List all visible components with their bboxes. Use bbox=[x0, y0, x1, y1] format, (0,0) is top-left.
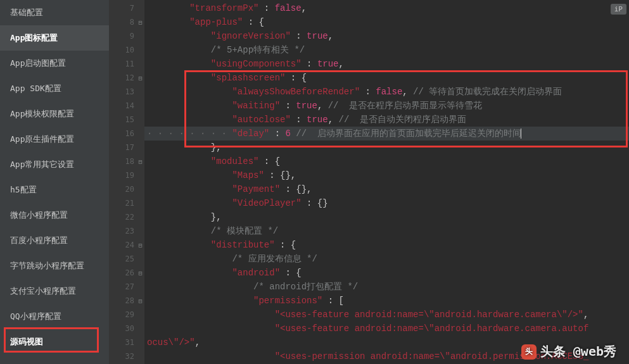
code-line[interactable]: "autoclose" : true, // 是否自动关闭程序启动界面 bbox=[144, 113, 629, 127]
code-line[interactable]: "VideoPlayer" : {} bbox=[144, 196, 629, 210]
code-line[interactable]: /* 应用发布信息 */ bbox=[144, 252, 629, 266]
code-line[interactable]: "splashscreen" : { bbox=[144, 71, 629, 85]
watermark: 头 头条 @web秀 bbox=[521, 343, 616, 360]
code-line[interactable]: "<uses-feature android:name=\"android.ha… bbox=[144, 322, 629, 336]
line-number: 11 bbox=[109, 57, 144, 71]
watermark-icon: 头 bbox=[521, 344, 537, 360]
sidebar-item-4[interactable]: App模块权限配置 bbox=[0, 101, 109, 127]
sidebar-item-2[interactable]: App启动图配置 bbox=[0, 51, 109, 76]
code-line[interactable]: "permissions" : [ bbox=[144, 294, 629, 308]
code-line[interactable]: "<uses-feature android:name=\"android.ha… bbox=[144, 308, 629, 322]
code-line[interactable]: "modules" : { bbox=[144, 154, 629, 168]
code-area[interactable]: "transformPx" : false, "app-plus" : { "i… bbox=[144, 0, 629, 364]
sidebar-item-12[interactable]: QQ小程序配置 bbox=[0, 304, 109, 329]
sidebar-item-13[interactable]: 源码视图 bbox=[0, 329, 109, 355]
code-line[interactable]: "Maps" : {}, bbox=[144, 168, 629, 182]
line-number: 17 bbox=[109, 141, 144, 154]
sidebar-item-0[interactable]: 基础配置 bbox=[0, 0, 109, 25]
sidebar-item-11[interactable]: 支付宝小程序配置 bbox=[0, 279, 109, 304]
line-number: 13 bbox=[109, 85, 144, 99]
fold-icon[interactable]: ⊟ bbox=[137, 158, 144, 165]
text-caret bbox=[521, 129, 521, 139]
device-pill[interactable]: iP bbox=[611, 4, 626, 15]
line-number: 27 bbox=[109, 280, 144, 294]
code-line[interactable]: "app-plus" : { bbox=[144, 15, 629, 29]
sidebar-item-10[interactable]: 字节跳动小程序配置 bbox=[0, 253, 109, 279]
code-line[interactable]: "ignoreVersion" : true, bbox=[144, 29, 629, 43]
sidebar-item-7[interactable]: h5配置 bbox=[0, 177, 109, 203]
sidebar-item-8[interactable]: 微信小程序配置 bbox=[0, 203, 109, 228]
sidebar-item-9[interactable]: 百度小程序配置 bbox=[0, 228, 109, 253]
line-number: 20 bbox=[109, 182, 144, 196]
line-number: 7 bbox=[109, 1, 144, 15]
code-line[interactable]: /* 5+App特有相关 */ bbox=[144, 43, 629, 57]
line-number: 10 bbox=[109, 43, 144, 57]
code-line[interactable]: "transformPx" : false, bbox=[144, 1, 629, 15]
line-number: 15 bbox=[109, 113, 144, 127]
line-number: 31 bbox=[109, 336, 144, 349]
code-editor[interactable]: 78⊟9101112⊟131415161718⊟192021222324⊟252… bbox=[109, 0, 629, 364]
line-number: 28⊟ bbox=[109, 294, 144, 308]
fold-icon[interactable]: ⊟ bbox=[137, 19, 144, 26]
line-number: 24⊟ bbox=[109, 238, 144, 252]
line-number: 8⊟ bbox=[109, 15, 144, 29]
sidebar-item-5[interactable]: App原生插件配置 bbox=[0, 127, 109, 152]
code-line[interactable]: · · · · · · · · "delay" : 6 // 启动界面在应用的首… bbox=[144, 127, 629, 141]
line-number: 9 bbox=[109, 29, 144, 43]
line-number-gutter: 78⊟9101112⊟131415161718⊟192021222324⊟252… bbox=[109, 0, 144, 364]
line-number: 21 bbox=[109, 196, 144, 210]
code-line[interactable]: "alwaysShowBeforeRender" : false, // 等待首… bbox=[144, 85, 629, 99]
code-line[interactable]: "distribute" : { bbox=[144, 238, 629, 252]
code-line[interactable]: "android" : { bbox=[144, 266, 629, 280]
line-number: 29 bbox=[109, 308, 144, 322]
line-number: 26⊟ bbox=[109, 266, 144, 280]
watermark-text: 头条 @web秀 bbox=[540, 343, 616, 360]
line-number: 19 bbox=[109, 168, 144, 182]
line-number: 14 bbox=[109, 99, 144, 113]
sidebar-item-3[interactable]: App SDK配置 bbox=[0, 76, 109, 101]
code-line[interactable]: "usingComponents" : true, bbox=[144, 57, 629, 71]
line-number: 30 bbox=[109, 322, 144, 336]
fold-icon[interactable]: ⊟ bbox=[137, 298, 144, 304]
code-line[interactable]: }, bbox=[144, 141, 629, 154]
fold-icon[interactable]: ⊟ bbox=[137, 242, 144, 249]
line-number: 16 bbox=[109, 127, 144, 141]
code-line[interactable]: /* 模块配置 */ bbox=[144, 224, 629, 238]
line-number: 18⊟ bbox=[109, 154, 144, 168]
code-line[interactable]: /* android打包配置 */ bbox=[144, 280, 629, 294]
line-number: 22 bbox=[109, 210, 144, 224]
fold-icon[interactable]: ⊟ bbox=[137, 270, 144, 277]
line-number: 32 bbox=[109, 349, 144, 363]
line-number: 23 bbox=[109, 224, 144, 238]
line-number: 12⊟ bbox=[109, 71, 144, 85]
sidebar-item-1[interactable]: App图标配置 bbox=[0, 25, 109, 51]
line-number: 25 bbox=[109, 252, 144, 266]
sidebar: 基础配置App图标配置App启动图配置App SDK配置App模块权限配置App… bbox=[0, 0, 109, 364]
fold-icon[interactable]: ⊟ bbox=[137, 75, 144, 82]
code-line[interactable]: "waiting" : true, // 是否在程序启动界面显示等待雪花 bbox=[144, 99, 629, 113]
code-line[interactable]: }, bbox=[144, 210, 629, 224]
sidebar-item-6[interactable]: App常用其它设置 bbox=[0, 152, 109, 177]
code-line[interactable]: "Payment" : {}, bbox=[144, 182, 629, 196]
